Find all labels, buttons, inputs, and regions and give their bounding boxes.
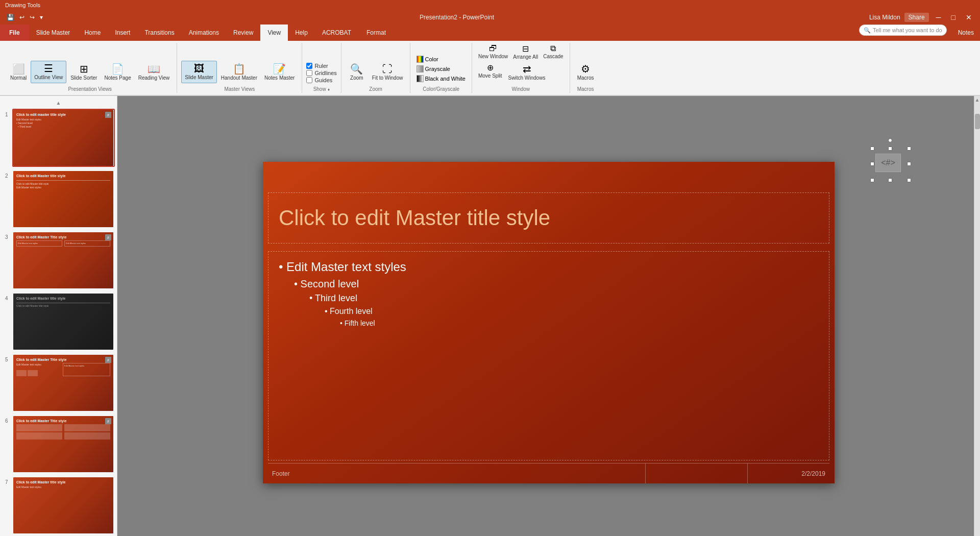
resize-handle-bc[interactable] [888, 178, 892, 182]
show-expand-icon[interactable]: ⬧ [327, 86, 330, 92]
slide-master-btn[interactable]: 🖼 Slide Master [181, 61, 217, 83]
slide-thumb-4[interactable]: 4 Click to edit Master title style Click… [12, 293, 115, 351]
notes-page-btn[interactable]: 📄 Notes Page [101, 62, 134, 83]
grayscale-swatch [416, 65, 424, 72]
redo-qat-btn[interactable]: ↪ [28, 13, 36, 22]
grayscale-btn[interactable]: Grayscale [414, 64, 467, 74]
footer-left[interactable]: Footer [268, 464, 646, 483]
master-views-group: 🖼 Slide Master 📋 Handout Master 📝 Notes … [177, 43, 302, 93]
minimize-btn[interactable]: ─ [933, 12, 944, 22]
color-btn[interactable]: Color [414, 55, 467, 64]
slide-thumb-2[interactable]: 2 Click to edit Master title style Click… [12, 170, 115, 228]
resize-handle-tc[interactable] [888, 147, 892, 151]
notes-tab-btn[interactable]: Notes [952, 25, 980, 41]
gridlines-checkbox-label[interactable]: Gridlines [306, 70, 336, 76]
content-level-3: • Third level [309, 293, 819, 304]
scroll-up-arrow[interactable]: ▲ [974, 96, 980, 104]
tab-format[interactable]: Format [359, 25, 393, 41]
resize-handle-tr[interactable] [907, 147, 911, 151]
resize-handle-bl[interactable] [870, 178, 874, 182]
macros-buttons: ⚙ Macros [574, 43, 597, 85]
thumb-badge-1: # [105, 112, 111, 118]
move-split-btn[interactable]: ⊕ Move Split [476, 62, 504, 83]
share-btn[interactable]: Share [904, 13, 929, 22]
resize-handle-tl[interactable] [870, 147, 874, 151]
resize-handle-mr[interactable] [907, 162, 911, 166]
guides-checkbox[interactable] [306, 77, 312, 83]
restore-btn[interactable]: □ [948, 12, 959, 22]
black-white-btn[interactable]: Black and White [414, 74, 467, 83]
tab-animations[interactable]: Animations [182, 25, 226, 41]
slide-num-7: 7 [5, 479, 8, 485]
cascade-btn[interactable]: ⧉ Cascade [541, 43, 565, 61]
tab-acrobat[interactable]: ACROBAT [315, 25, 358, 41]
outline-view-btn[interactable]: ☰ Outline View [31, 61, 66, 83]
slide-thumb-7[interactable]: 7 Click to edit Master title style Edit … [12, 476, 115, 534]
slide-title-box[interactable]: Click to edit Master title style [268, 192, 829, 243]
tab-insert[interactable]: Insert [108, 25, 137, 41]
guides-checkbox-label[interactable]: Guides [306, 77, 336, 83]
editing-area: Click to edit Master title style • Edit … [117, 96, 980, 536]
slide-footer-area: Footer 2/2/2019 [268, 463, 829, 483]
customize-qat-btn[interactable]: ▾ [38, 13, 44, 22]
slide-thumb-5[interactable]: 5 Click to edit Master Title style Edit … [12, 354, 115, 412]
scroll-up-btn[interactable]: ▲ [2, 100, 115, 106]
search-box[interactable]: 🔍 Tell me what you want to do [859, 25, 947, 36]
notes-master-btn[interactable]: 📝 Notes Master [261, 62, 298, 83]
color-swatch [416, 56, 424, 63]
zoom-buttons: 🔍 Zoom ⛶ Fit to Window [346, 43, 406, 85]
macros-group: ⚙ Macros Macros [570, 43, 601, 93]
tab-slide-master[interactable]: Slide Master [29, 25, 78, 41]
tab-review[interactable]: Review [226, 25, 260, 41]
thumb-content-7: Edit Master text styles [16, 485, 110, 489]
window-title: Presentation2 - PowerPoint [420, 14, 494, 21]
tab-view[interactable]: View [260, 25, 288, 41]
handout-master-btn[interactable]: 📋 Handout Master [218, 62, 260, 83]
slide-master-icon: 🖼 [194, 63, 204, 74]
new-window-btn[interactable]: 🗗 New Window [476, 43, 510, 61]
ruler-checkbox[interactable] [306, 63, 312, 69]
resize-handle-br[interactable] [907, 178, 911, 182]
tab-home[interactable]: Home [77, 25, 108, 41]
slide-sorter-btn[interactable]: ⊞ Slide Sorter [67, 62, 100, 83]
gridlines-checkbox[interactable] [306, 70, 312, 76]
fit-to-window-btn[interactable]: ⛶ Fit to Window [369, 62, 406, 83]
thumb-content-5: Edit Master text styles Edit Master text… [16, 363, 110, 376]
slide-content-box[interactable]: • Edit Master text styles • Second level… [268, 251, 829, 460]
number-placeholder-box[interactable]: <#> [875, 154, 901, 172]
rotate-handle[interactable] [888, 138, 892, 142]
close-btn[interactable]: ✕ [963, 12, 975, 22]
slide-thumb-inner-4: Click to edit Master title style Click t… [13, 294, 113, 350]
macros-btn[interactable]: ⚙ Macros [574, 62, 597, 83]
presentation-views-label: Presentation Views [68, 85, 111, 93]
slide-panel: ▲ 1 Click to edit master title style Edi… [0, 96, 117, 536]
resize-handle-ml[interactable] [870, 162, 874, 166]
arrange-all-btn[interactable]: ⊟ Arrange All [511, 43, 540, 61]
title-bar: 💾 ↩ ↪ ▾ Presentation2 - PowerPoint Lisa … [0, 10, 980, 25]
switch-windows-btn[interactable]: ⇄ Switch Windows [505, 62, 549, 83]
undo-qat-btn[interactable]: ↩ [18, 13, 26, 22]
save-qat-btn[interactable]: 💾 [5, 13, 16, 22]
slide-thumb-3[interactable]: 3 Click to edit Master Title style Edit … [12, 231, 115, 289]
reading-view-btn[interactable]: 📖 Reading View [135, 62, 173, 83]
macros-group-label: Macros [577, 85, 594, 93]
thumb-content-2: Click to edit Master title styleEdit Mas… [16, 182, 110, 189]
footer-right[interactable]: 2/2/2019 [748, 464, 829, 483]
tab-transitions[interactable]: Transitions [137, 25, 181, 41]
title-bar-left: 💾 ↩ ↪ ▾ [5, 13, 44, 22]
ribbon-tabs: File Slide Master Home Insert Transition… [0, 25, 980, 41]
show-checkboxes-inner: Ruler Gridlines Guides [306, 63, 336, 83]
slide-thumb-6[interactable]: 6 Click to edit Master Title style # [12, 415, 115, 473]
slide-num-4: 4 [5, 296, 8, 301]
slide-thumb-1[interactable]: 1 Click to edit master title style Edit … [12, 109, 115, 167]
scroll-thumb[interactable] [975, 114, 980, 129]
thumb-content-3: Edit Master text styles Edit Master text… [16, 240, 110, 247]
main-slide[interactable]: Click to edit Master title style • Edit … [263, 162, 835, 483]
outline-view-icon: ☰ [44, 63, 53, 74]
ruler-checkbox-label[interactable]: Ruler [306, 63, 336, 69]
tab-help[interactable]: Help [288, 25, 315, 41]
tab-file[interactable]: File [0, 25, 29, 41]
normal-view-btn[interactable]: ⬜ Normal [7, 62, 30, 83]
slide-thumb-inner-2: Click to edit Master title style Click t… [13, 171, 113, 227]
zoom-btn[interactable]: 🔍 Zoom [346, 62, 368, 83]
